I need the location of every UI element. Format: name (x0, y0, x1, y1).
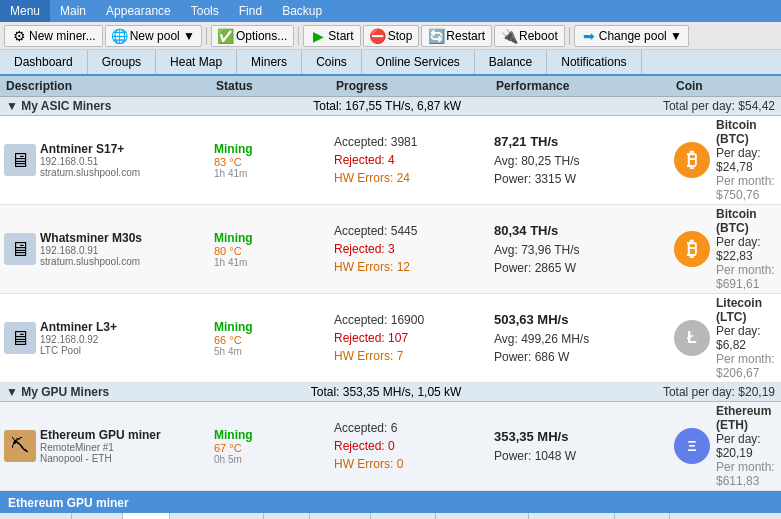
change-pool-icon: ➡ (581, 28, 597, 44)
miner-icon: 🖥 (4, 322, 36, 354)
new-miner-icon: ⚙ (11, 28, 27, 44)
miner-icon: 🖥 (4, 144, 36, 176)
gpu-miner-icon: ⛏ (4, 430, 36, 462)
tab-miners[interactable]: Miners (237, 50, 302, 74)
menu-bar: Menu Main Appearance Tools Find Backup (0, 0, 781, 22)
bottom-tab-pools[interactable]: Pools (72, 513, 123, 519)
bottom-section: Ethereum GPU miner Summary Pools GPU GPU… (0, 491, 781, 519)
menu-item-backup[interactable]: Backup (272, 0, 332, 22)
bottom-tab-console[interactable]: Console (371, 513, 436, 519)
miner-info: 🖥 Antminer L3+ 192.168.0.92 LTC Pool (4, 320, 214, 356)
toolbar-sep-2 (298, 27, 299, 45)
change-pool-button[interactable]: ➡ Change pool ▼ (574, 25, 689, 47)
bottom-tab-tags[interactable]: Tags & Notes (436, 513, 528, 519)
stop-button[interactable]: ⛔ Stop (363, 25, 420, 47)
toolbar: ⚙ New miner... 🌐 New pool ▼ ✅ Options...… (0, 22, 781, 50)
restart-button[interactable]: 🔄 Restart (421, 25, 492, 47)
asic-section-header: ▼ My ASIC Miners Total: 167,55 TH/s, 6,8… (0, 97, 781, 116)
options-button[interactable]: ✅ Options... (211, 25, 294, 47)
bitcoin-icon: ₿ (674, 142, 710, 178)
table-row[interactable]: ⛏ Ethereum GPU miner RemoteMiner #1 Nano… (0, 402, 781, 491)
toolbar-sep-3 (569, 27, 570, 45)
tab-online-services[interactable]: Online Services (362, 50, 475, 74)
tab-notifications[interactable]: Notifications (547, 50, 641, 74)
miner-info: 🖥 Antminer S17+ 192.168.0.51 stratum.slu… (4, 142, 214, 178)
start-button[interactable]: ▶ Start (303, 25, 360, 47)
bottom-tab-graph[interactable]: Graph (615, 513, 669, 519)
table-row[interactable]: 🖥 Antminer S17+ 192.168.0.51 stratum.slu… (0, 116, 781, 205)
menu-item-find[interactable]: Find (229, 0, 272, 22)
tab-coins[interactable]: Coins (302, 50, 362, 74)
stop-icon: ⛔ (370, 28, 386, 44)
bottom-tab-cpu[interactable]: CPU (264, 513, 310, 519)
menu-item-tools[interactable]: Tools (181, 0, 229, 22)
new-pool-button[interactable]: 🌐 New pool ▼ (105, 25, 202, 47)
miner-icon: 🖥 (4, 233, 36, 265)
reboot-icon: 🔌 (501, 28, 517, 44)
bottom-tab-gpu-clocking[interactable]: GPU clocking (170, 513, 264, 519)
tab-dashboard[interactable]: Dashboard (0, 50, 88, 74)
main-tab-bar: Dashboard Groups Heat Map Miners Coins O… (0, 50, 781, 76)
miner-info: 🖥 Whatsminer M30s 192.168.0.91 stratum.s… (4, 231, 214, 267)
reboot-button[interactable]: 🔌 Reboot (494, 25, 565, 47)
tab-groups[interactable]: Groups (88, 50, 156, 74)
new-pool-icon: 🌐 (112, 28, 128, 44)
restart-icon: 🔄 (428, 28, 444, 44)
menu-item-menu[interactable]: Menu (0, 0, 50, 22)
bottom-tab-system[interactable]: System (310, 513, 371, 519)
tab-balance[interactable]: Balance (475, 50, 547, 74)
bottom-tab-summary[interactable]: Summary (0, 513, 72, 519)
menu-item-appearance[interactable]: Appearance (96, 0, 181, 22)
litecoin-icon: Ł (674, 320, 710, 356)
table-row[interactable]: 🖥 Antminer L3+ 192.168.0.92 LTC Pool Min… (0, 294, 781, 383)
gpu-section-header: ▼ My GPU Miners Total: 353,35 MH/s, 1,05… (0, 383, 781, 402)
ethereum-icon: Ξ (674, 428, 710, 464)
table-row[interactable]: 🖥 Whatsminer M30s 192.168.0.91 stratum.s… (0, 205, 781, 294)
bottom-tab-gpu[interactable]: GPU (123, 513, 170, 519)
start-icon: ▶ (310, 28, 326, 44)
data-table-header: Description Status Progress Performance … (0, 76, 781, 97)
bottom-tab-notifications[interactable]: Notifications (529, 513, 615, 519)
options-icon: ✅ (218, 28, 234, 44)
toolbar-sep-1 (206, 27, 207, 45)
gpu-miner-info: ⛏ Ethereum GPU miner RemoteMiner #1 Nano… (4, 428, 214, 464)
bottom-tab-bar: Summary Pools GPU GPU clocking CPU Syste… (0, 513, 781, 519)
tab-heat-map[interactable]: Heat Map (156, 50, 237, 74)
bitcoin-icon: ₿ (674, 231, 710, 267)
menu-item-main[interactable]: Main (50, 0, 96, 22)
new-miner-button[interactable]: ⚙ New miner... (4, 25, 103, 47)
bottom-title: Ethereum GPU miner (0, 493, 781, 513)
